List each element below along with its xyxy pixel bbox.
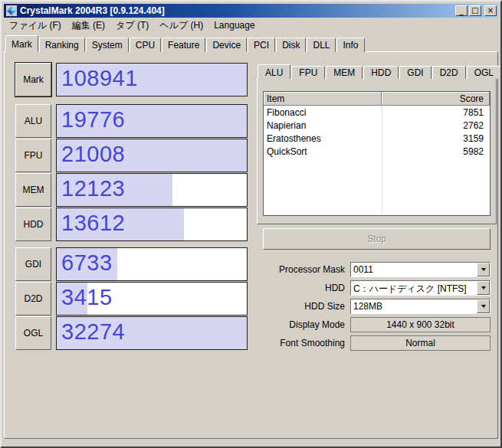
bench-button-alu[interactable]: ALU [15,104,51,138]
hdd-value: C：ハードディスク [NTFS] [353,283,474,296]
detail-tabstrip: ALU FPU MEM HDD GDI D2D OGL [258,64,502,79]
display-mode-field: 1440 x 900 32bit [350,317,491,332]
chevron-down-icon [481,268,486,271]
bench-button-fpu[interactable]: FPU [15,139,51,172]
bench-button-ogl[interactable]: OGL [15,316,51,350]
subtab-fpu[interactable]: FPU [291,66,325,79]
score-value-gdi: 6733 [61,250,113,276]
score-value-mark: 108941 [61,66,138,91]
table-row-empty [264,171,490,184]
tab-dll[interactable]: DLL [307,38,336,52]
window-title: CrystalMark 2004R3 [0.9.124.404] [20,5,454,16]
score-value-mem: 12123 [61,176,125,201]
table-row[interactable]: Napierian 2762 [264,119,490,132]
hdd-size-value: 128MB [353,301,474,312]
processor-mask-label: Processor Mask [251,262,345,277]
cell-item: Napierian [264,119,382,132]
col-header-item[interactable]: Item [264,92,382,106]
processor-mask-value: 0011 [353,264,474,275]
hdd-size-combobox[interactable]: 128MB [350,299,491,314]
subtab-ogl[interactable]: OGL [467,66,501,79]
table-row[interactable]: Fibonacci 7851 [264,106,490,119]
menu-file[interactable]: ファイル (F) [4,17,67,34]
tab-info[interactable]: Info [336,38,364,52]
hdd-size-label: HDD Size [251,299,345,314]
tab-disk[interactable]: Disk [276,38,306,52]
score-box-mem: 12123 [56,173,248,207]
score-box-ogl: 32274 [56,316,248,350]
tab-pci[interactable]: PCI [248,38,275,52]
menubar: ファイル (F) 編集 (E) タブ (T) ヘルプ (H) Language [4,18,498,33]
font-smoothing-field: Normal [350,335,491,351]
display-mode-label: Display Mode [251,317,345,332]
tab-ranking[interactable]: Ranking [39,38,85,52]
bench-button-d2d[interactable]: D2D [15,282,51,316]
minimize-button[interactable]: _ [455,5,468,16]
cell-item: Fibonacci [264,106,382,119]
processor-mask-combobox[interactable]: 0011 [350,262,491,277]
score-box-hdd: 13612 [56,208,248,241]
cell-item: Eratosthenes [264,132,382,145]
cell-item: QuickSort [264,145,382,158]
bench-button-mark[interactable]: Mark [15,63,51,96]
app-window: CrystalMark 2004R3 [0.9.124.404] _ □ × フ… [0,0,502,448]
tab-feature[interactable]: Feature [162,38,205,52]
score-value-d2d: 3415 [61,285,113,310]
menu-edit[interactable]: 編集 (E) [67,17,110,34]
bench-button-mem[interactable]: MEM [15,173,51,207]
score-value-alu: 19776 [61,107,125,132]
score-box-d2d: 3415 [56,282,248,316]
cell-score: 2762 [382,119,490,132]
table-row-empty [264,197,490,210]
tab-mark[interactable]: Mark [5,35,38,52]
score-value-fpu: 21008 [61,142,125,167]
tab-cpu[interactable]: CPU [130,38,161,52]
subtab-hdd[interactable]: HDD [363,66,399,79]
cell-score: 5982 [382,145,490,158]
titlebar[interactable]: CrystalMark 2004R3 [0.9.124.404] _ □ × [4,4,498,18]
table-row[interactable]: Eratosthenes 3159 [264,132,490,145]
tab-system[interactable]: System [86,38,129,52]
subtab-mem[interactable]: MEM [326,66,363,79]
font-smoothing-label: Font Smoothing [251,335,345,351]
close-button[interactable]: × [484,5,497,16]
hdd-combobox[interactable]: C：ハードディスク [NTFS] [350,280,491,296]
cell-score: 7851 [382,106,490,119]
table-row-empty [264,184,490,197]
processor-mask-dropdown-button[interactable] [477,263,490,276]
score-box-mark: 108941 [56,63,248,96]
column-separator [382,106,382,215]
bench-button-gdi[interactable]: GDI [15,247,51,281]
table-header: Item Score [264,92,490,106]
bench-button-hdd[interactable]: HDD [15,208,51,241]
results-table: Item Score Fibonacci 7851 Napierian 2762… [263,91,491,216]
hdd-label: HDD [251,280,345,296]
subtab-gdi[interactable]: GDI [399,66,431,79]
hdd-size-dropdown-button[interactable] [477,299,490,313]
score-box-fpu: 21008 [56,139,248,172]
menu-language[interactable]: Language [208,18,260,33]
score-box-gdi: 6733 [56,247,248,281]
main-tabstrip: Mark Ranking System CPU Feature Device P… [5,35,366,52]
chevron-down-icon [481,305,486,308]
score-value-ogl: 32274 [61,319,125,345]
menu-help[interactable]: ヘルプ (H) [154,17,208,34]
subtab-alu[interactable]: ALU [258,64,290,79]
maximize-button[interactable]: □ [469,5,481,16]
tab-device[interactable]: Device [206,38,247,52]
subtab-d2d[interactable]: D2D [432,66,466,79]
menu-tab[interactable]: タブ (T) [110,17,154,34]
cell-score: 3159 [382,132,490,145]
score-box-alu: 19776 [56,104,248,138]
stop-button[interactable]: Stop [263,228,491,250]
hdd-dropdown-button[interactable] [477,281,490,295]
table-row[interactable]: QuickSort 5982 [264,145,490,158]
col-header-score[interactable]: Score [382,92,490,106]
score-value-hdd: 13612 [61,211,125,236]
app-icon[interactable] [6,5,17,16]
chevron-down-icon [481,286,486,289]
table-row-empty [264,158,490,171]
